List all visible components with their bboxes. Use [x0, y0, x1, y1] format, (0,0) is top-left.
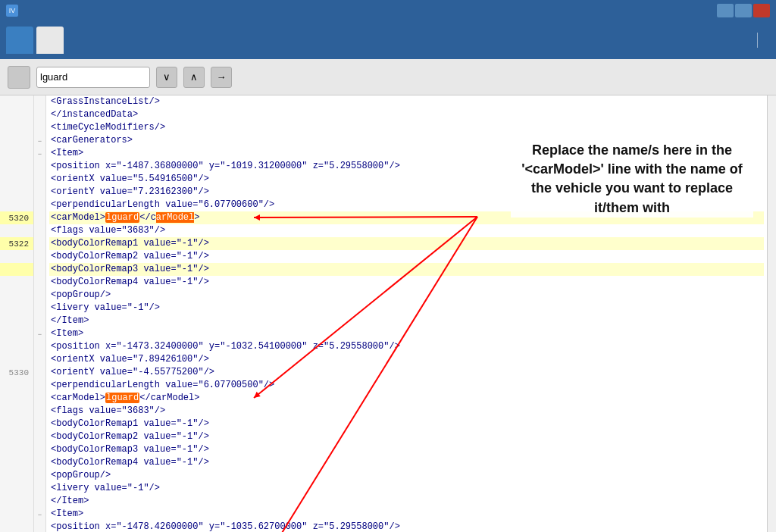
settings-button[interactable]: [8, 66, 30, 89]
maximize-button[interactable]: [735, 4, 752, 17]
fold-column: −−−−: [34, 95, 46, 532]
tab-home[interactable]: [6, 27, 33, 54]
toolbar: [0, 21, 776, 59]
search-input-wrap: [36, 67, 150, 88]
go-button[interactable]: →: [211, 67, 232, 88]
toolbar-divider: [757, 33, 758, 48]
expand-button[interactable]: [764, 37, 770, 43]
app-icon: IV: [6, 5, 18, 17]
code-area[interactable]: <GrassInstanceList/> </instancedData> <t…: [46, 95, 767, 532]
close-button[interactable]: [753, 4, 770, 17]
minimize-button[interactable]: [717, 4, 734, 17]
main-content: 5320532253305350 −−−− <GrassInstanceList…: [0, 95, 776, 532]
search-input[interactable]: [40, 71, 131, 83]
search-bar: ∨ ∧ →: [0, 59, 776, 95]
export-button[interactable]: [739, 37, 751, 43]
prev-result-button[interactable]: ∧: [183, 67, 205, 88]
tab-search[interactable]: [36, 27, 64, 54]
line-numbers: 5320532253305350: [0, 95, 34, 532]
scrollbar[interactable]: [767, 95, 776, 532]
next-result-button[interactable]: ∨: [156, 67, 177, 88]
title-bar: IV: [0, 0, 776, 21]
